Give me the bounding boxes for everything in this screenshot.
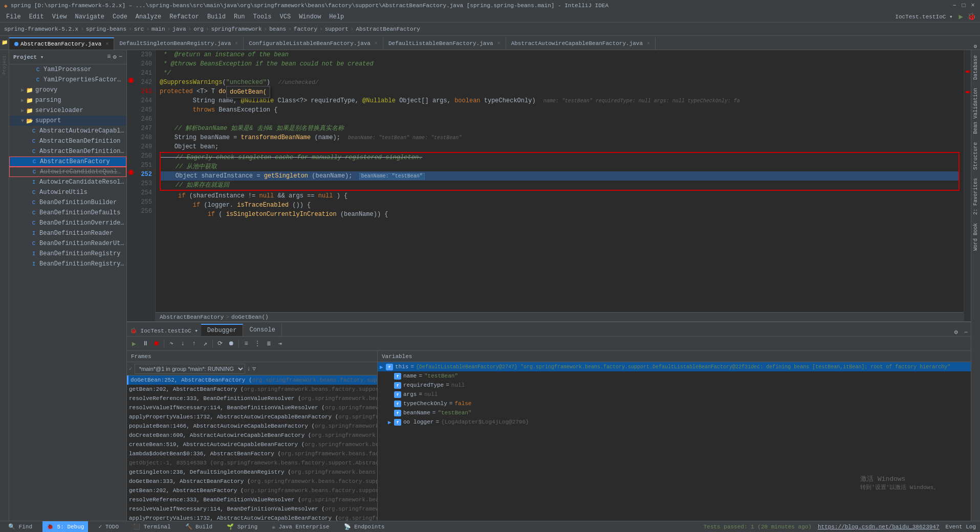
path-beans[interactable]: spring-beans [86, 26, 126, 32]
frame-item-15[interactable]: applyPropertyValues:1732, AbstractAutowi… [127, 514, 377, 521]
pause-button[interactable]: ⏸ [140, 339, 150, 349]
status-url[interactable]: https://blog.csdn.net/baidu_38623947 [818, 524, 940, 530]
tree-groovy[interactable]: ▶ 📁 groovy [9, 85, 126, 95]
project-icon-tab[interactable]: 📁 [0, 36, 9, 50]
status-endpoints[interactable]: 📡 Endpoints [340, 521, 389, 533]
event-log-button[interactable]: Event Log [946, 524, 976, 530]
tab-configurable-listable[interactable]: ConfigurableListableBeanFactory.java × [244, 37, 383, 50]
path-org[interactable]: org [193, 26, 204, 32]
status-build[interactable]: 🔨 Build [181, 521, 217, 533]
tab-abstract-bean-factory[interactable]: AbstractBeanFactory.java × [9, 37, 114, 50]
menu-view[interactable]: View [48, 12, 71, 21]
thread-select[interactable]: *main*@1 in group *main*: RUNNING [135, 364, 245, 374]
tab-close[interactable]: × [497, 41, 500, 47]
tab-default-singleton[interactable]: DefaultSingletonBeanRegistry.java × [114, 37, 244, 50]
tree-bean-def-registry-post[interactable]: I BeanDefinitionRegistryPostProcessor [9, 259, 126, 269]
menu-vcs[interactable]: VCS [276, 12, 295, 21]
tab-close[interactable]: × [105, 41, 108, 47]
menu-tools[interactable]: Tools [249, 12, 276, 21]
tree-autowire-candidate[interactable]: C AutowireCandidateQualifier [9, 167, 126, 177]
menu-help[interactable]: Help [325, 12, 348, 21]
path-spring[interactable]: spring-framework-5.2.x [4, 26, 78, 32]
status-spring[interactable]: 🌱 Spring [223, 521, 262, 533]
status-terminal[interactable]: ⬛ Terminal [129, 521, 175, 533]
path-springframework[interactable]: springframework [211, 26, 262, 32]
frame-item-3[interactable]: resolveValueIfNecessary:114, BeanDefinit… [127, 403, 377, 412]
frame-item-12[interactable]: getBean:202, AbstractBeanFactory (org.sp… [127, 486, 377, 495]
close-button[interactable]: × [970, 3, 976, 9]
breakpoint-242[interactable] [128, 78, 134, 83]
status-todo[interactable]: ✓ TODO [94, 521, 123, 533]
status-java[interactable]: ☕ Java Enterprise [268, 521, 333, 533]
run-config[interactable]: IocTest.testIoC ▾ [891, 13, 956, 20]
tree-autowire-candidate-resolver[interactable]: I AutowireCandidateResolver [9, 177, 126, 187]
settings-toggle[interactable]: ⇥ [275, 339, 285, 349]
cog-icon[interactable]: ⚙ [970, 43, 980, 50]
tree-support[interactable]: ▼ 📂 support [9, 116, 126, 126]
path-java[interactable]: java [172, 26, 186, 32]
menu-build[interactable]: Build [203, 12, 230, 21]
breakpoint-254[interactable] [128, 170, 134, 175]
minimize-button[interactable]: − [951, 3, 957, 9]
settings-button[interactable]: ⚙ [113, 53, 117, 61]
menu-edit[interactable]: Edit [25, 12, 48, 21]
tree-bean-def-builder[interactable]: C BeanDefinitionBuilder [9, 197, 126, 208]
stop-button[interactable]: ⏹ [151, 339, 162, 349]
menu-window[interactable]: Window [295, 12, 325, 21]
frame-item-13[interactable]: resolveReference:333, BeanDefinitionValu… [127, 495, 377, 504]
var-type-check-only[interactable]: f typeCheckOnly = false [378, 399, 971, 408]
tree-bean-def-defaults[interactable]: C BeanDefinitionDefaults [9, 208, 126, 218]
resume-button[interactable]: ▶ [129, 339, 139, 349]
path-support[interactable]: support [325, 26, 349, 32]
menu-refactor[interactable]: Refactor [165, 12, 203, 21]
debug-title[interactable]: 🐞 IocTest.testIoC ▾ [127, 325, 201, 336]
tree-bean-def-reader-utils[interactable]: C BeanDefinitionReaderUtils [9, 238, 126, 249]
frame-item-14[interactable]: resolveValueIfNecessary:114, BeanDefinit… [127, 504, 377, 514]
run-button[interactable]: ▶ [957, 12, 965, 21]
status-find[interactable]: 🔍 Find [4, 521, 36, 533]
frames-toggle[interactable]: ≡ [241, 339, 251, 349]
maximize-button[interactable]: □ [961, 3, 967, 9]
frame-item-1[interactable]: getBean:202, AbstractBeanFactory (org.sp… [127, 385, 377, 394]
variables-toggle[interactable]: ⋮ [252, 339, 263, 349]
debug-settings-button[interactable]: ⚙ [951, 328, 961, 336]
frame-item-6[interactable]: doCreateBean:600, AbstractAutowireCapabl… [127, 431, 377, 440]
tree-bean-def-override-ex[interactable]: C BeanDefinitionOverrideException [9, 218, 126, 228]
debug-tab-console[interactable]: Console [243, 324, 281, 336]
debug-tab-debugger[interactable]: Debugger [201, 324, 244, 336]
tree-bean-def-reader[interactable]: I BeanDefinitionReader [9, 228, 126, 238]
evaluate-button[interactable]: ⟳ [215, 339, 225, 349]
frame-item-5[interactable]: populateBean:1466, AbstractAutowireCapab… [127, 422, 377, 431]
tree-autowire-utils[interactable]: C AutowireUtils [9, 187, 126, 197]
structure-panel-tab[interactable]: Structure [972, 139, 979, 173]
var-bean-name[interactable]: f beanName = "testBean" [378, 408, 971, 417]
expand-arrow-logger[interactable]: ▶ [388, 419, 394, 426]
menu-analyze[interactable]: Analyze [132, 12, 165, 21]
status-debug[interactable]: 🐞 5: Debug [42, 521, 88, 533]
frame-item-9[interactable]: getObject:-1, 835146383 (org.springframe… [127, 458, 377, 468]
var-this[interactable]: ▶ f this = {DefaultListableBeanFactory@2… [378, 362, 971, 371]
var-logger[interactable]: ▶ f oo logger = {LogAdapter$Log4jLog@279… [378, 417, 971, 427]
thread-filter-button[interactable]: ▽ [252, 365, 256, 372]
var-required-type[interactable]: f requiredType = null [378, 381, 971, 390]
menu-navigate[interactable]: Navigate [71, 12, 108, 21]
project-panel-tab[interactable]: Project [1, 52, 8, 78]
var-args[interactable]: f args = null [378, 390, 971, 399]
hide-button[interactable]: − [119, 53, 122, 61]
tree-abstract-bean-def[interactable]: C AbstractBeanDefinition [9, 136, 126, 146]
thread-sort-button[interactable]: ↓ [247, 366, 251, 372]
var-name[interactable]: f name = "testBean" [378, 371, 971, 381]
path-src[interactable]: src [134, 26, 144, 32]
tab-close[interactable]: × [647, 41, 650, 47]
more-toggle[interactable]: ≣ [264, 339, 274, 349]
menu-file[interactable]: File [2, 12, 25, 21]
add-watch-button[interactable]: ⏺ [226, 339, 236, 349]
bean-validation-panel-tab[interactable]: Bean Validation [972, 85, 979, 137]
debug-hide-button[interactable]: − [961, 329, 971, 336]
word-book-panel-tab[interactable]: Word Book [972, 220, 979, 254]
run-to-cursor-button[interactable]: ↗ [200, 339, 210, 349]
path-factory[interactable]: factory [294, 26, 317, 32]
step-over-button[interactable]: ↷ [166, 339, 177, 349]
menu-code[interactable]: Code [108, 12, 132, 21]
tree-yaml-processor[interactable]: C YamlProcessor [9, 64, 126, 75]
